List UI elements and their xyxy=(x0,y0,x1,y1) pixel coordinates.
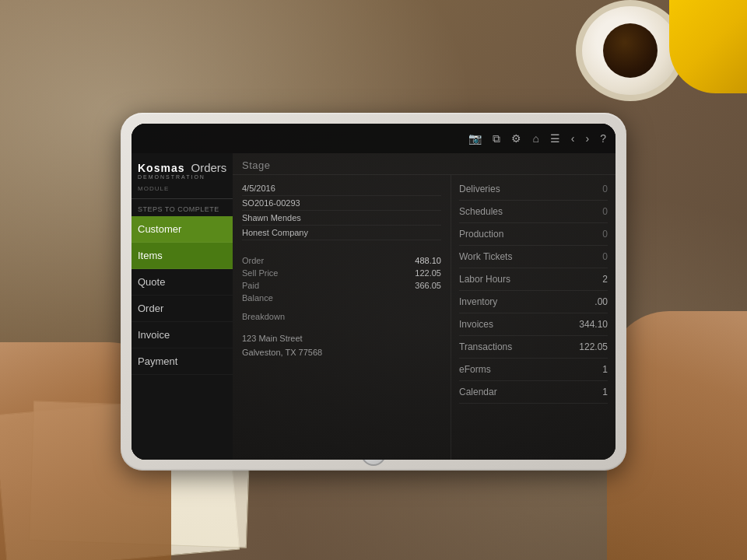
sidebar: Kosmas Orders DEMONSTRATION MODULE Steps… xyxy=(132,153,233,460)
info-row-date: 4/5/2016 xyxy=(242,181,441,196)
right-item-label: Calendar xyxy=(459,387,497,397)
right-panel: Deliveries0Schedules0Production0Work Tic… xyxy=(451,175,615,460)
right-item-value: 0 xyxy=(584,251,608,262)
main-content: Stage 4/5/2016 SO2016-00293 Shawn Mendes xyxy=(233,153,615,460)
order-row-total: Order 488.10 xyxy=(242,254,441,267)
address-line2: Galveston, TX 77568 xyxy=(242,346,441,360)
toolbar: 📷 ⧉ ⚙ ⌂ ☰ ‹ › ? xyxy=(132,124,615,153)
right-item-label: Work Tickets xyxy=(459,251,512,262)
right-item-value: 0 xyxy=(584,184,608,194)
screen: 📷 ⧉ ⚙ ⌂ ☰ ‹ › ? Kosmas Orders DEMONSTRAT… xyxy=(132,124,615,460)
sidebar-item-order[interactable]: Order xyxy=(132,296,233,322)
order-row-sell-price: Sell Price 122.05 xyxy=(242,267,441,279)
right-item-value: 0 xyxy=(584,206,608,217)
right-item-label: Invoices xyxy=(459,319,493,330)
right-panel-item[interactable]: Transactions122.05 xyxy=(459,336,608,359)
info-row-contact: Shawn Mendes xyxy=(242,211,441,226)
order-label: Order xyxy=(242,256,264,265)
order-row-paid: Paid 366.05 xyxy=(242,279,441,292)
left-panel: 4/5/2016 SO2016-00293 Shawn Mendes Hones… xyxy=(233,175,451,460)
sell-price-value: 122.05 xyxy=(415,268,441,278)
stage-company: Honest Company xyxy=(242,228,308,237)
order-value: 488.10 xyxy=(415,256,441,265)
right-panel-item[interactable]: Work Tickets0 xyxy=(459,246,608,268)
balance-label: Balance xyxy=(242,293,273,303)
right-panel-item[interactable]: Labor Hours2 xyxy=(459,268,608,291)
address-line1: 123 Main Street xyxy=(242,332,441,346)
steps-header: Steps to Complete xyxy=(132,199,233,216)
coffee-liquid xyxy=(603,23,658,78)
camera-icon[interactable]: 📷 xyxy=(468,132,482,145)
help-icon[interactable]: ? xyxy=(600,132,606,145)
sidebar-item-customer[interactable]: Customer xyxy=(132,216,233,243)
right-item-label: Deliveries xyxy=(459,184,500,194)
home-icon[interactable]: ⌂ xyxy=(532,132,538,145)
back-icon[interactable]: ‹ xyxy=(571,132,575,145)
right-item-value: 1 xyxy=(584,364,608,375)
logo-module: MODULE xyxy=(138,185,169,192)
right-item-label: eForms xyxy=(459,364,491,375)
stage-date: 4/5/2016 xyxy=(242,184,275,193)
right-item-value: 344.10 xyxy=(579,319,608,330)
order-row-balance: Balance xyxy=(242,292,441,304)
paid-value: 366.05 xyxy=(415,281,441,290)
copy-icon[interactable]: ⧉ xyxy=(493,132,500,145)
stage-order-number: SO2016-00293 xyxy=(242,198,300,208)
app-area: Kosmas Orders DEMONSTRATION MODULE Steps… xyxy=(132,153,615,460)
sidebar-item-payment[interactable]: Payment xyxy=(132,348,233,375)
info-row-order-number: SO2016-00293 xyxy=(242,196,441,211)
stage-header: Stage xyxy=(233,153,615,175)
menu-icon[interactable]: ☰ xyxy=(550,132,560,145)
right-panel-item[interactable]: Calendar1 xyxy=(459,381,608,404)
right-item-label: Schedules xyxy=(459,206,503,217)
right-item-label: Inventory xyxy=(459,296,497,307)
sell-price-label: Sell Price xyxy=(242,268,278,278)
right-panel-item[interactable]: Invoices344.10 xyxy=(459,313,608,336)
stage-contact: Shawn Mendes xyxy=(242,213,301,222)
logo-kosmas: Kosmas xyxy=(138,162,184,174)
right-panel-item[interactable]: Schedules0 xyxy=(459,201,608,223)
logo-demo: DEMONSTRATION xyxy=(138,174,226,180)
tablet: 📷 ⧉ ⚙ ⌂ ☰ ‹ › ? Kosmas Orders DEMONSTRAT… xyxy=(121,113,626,471)
forward-icon[interactable]: › xyxy=(586,132,590,145)
right-item-value: 1 xyxy=(584,387,608,397)
content-split: 4/5/2016 SO2016-00293 Shawn Mendes Hones… xyxy=(233,175,615,460)
right-item-value: 2 xyxy=(584,274,608,285)
right-panel-item[interactable]: Deliveries0 xyxy=(459,178,608,201)
right-item-label: Transactions xyxy=(459,341,512,352)
paid-label: Paid xyxy=(242,281,259,290)
info-row-company: Honest Company xyxy=(242,226,441,240)
coffee-cup xyxy=(576,0,685,101)
sidebar-item-invoice[interactable]: Invoice xyxy=(132,322,233,348)
order-section: Order 488.10 Sell Price 122.05 Paid 366.… xyxy=(242,254,441,304)
module-title: Orders xyxy=(191,161,226,174)
settings-icon[interactable]: ⚙ xyxy=(511,132,521,145)
address-block: 123 Main Street Galveston, TX 77568 xyxy=(242,332,441,359)
right-item-label: Labor Hours xyxy=(459,274,510,285)
right-panel-item[interactable]: Inventory.00 xyxy=(459,291,608,313)
right-item-label: Production xyxy=(459,229,503,240)
right-item-value: 122.05 xyxy=(579,341,608,352)
right-item-value: 0 xyxy=(584,229,608,240)
right-panel-item[interactable]: eForms1 xyxy=(459,359,608,381)
sidebar-item-quote[interactable]: Quote xyxy=(132,269,233,296)
hand-right xyxy=(607,311,747,560)
right-item-value: .00 xyxy=(584,296,608,307)
breakdown-label: Breakdown xyxy=(242,312,441,321)
sidebar-item-items[interactable]: Items xyxy=(132,243,233,269)
right-panel-item[interactable]: Production0 xyxy=(459,223,608,246)
logo-area: Kosmas Orders DEMONSTRATION MODULE xyxy=(132,153,233,199)
